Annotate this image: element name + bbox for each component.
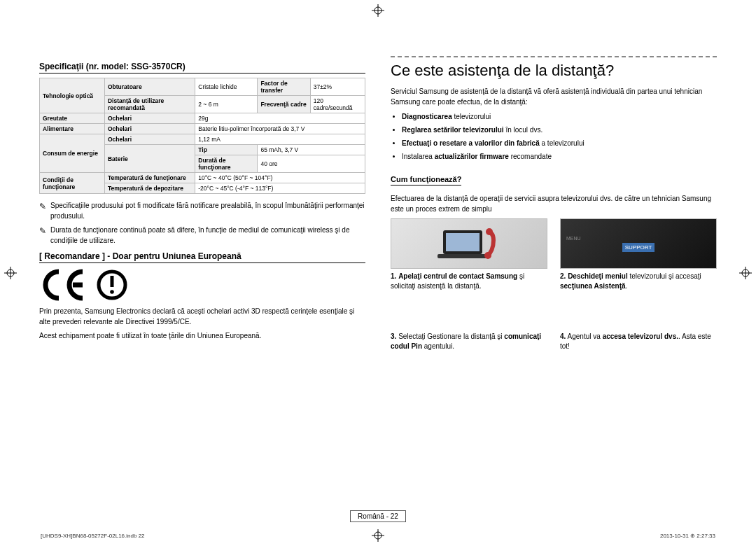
svg-point-14	[110, 290, 114, 294]
spec-title: Specificaţii (nr. model: SSG-3570CR)	[39, 62, 365, 74]
svg-point-19	[484, 252, 491, 259]
note-text: Specificaţiile produsului pot fi modific…	[50, 201, 365, 221]
step-1: 1. Apelaţi centrul de contact Samsung şi…	[391, 218, 547, 291]
remote-support-title: Ce este asistenţa de la distanţă?	[391, 56, 717, 80]
step-image-tv-menu: MENU SUPPORT	[560, 218, 717, 269]
eu-paragraph-2: Acest echipament poate fi utilizat în to…	[39, 331, 365, 342]
page-footer: Română - 22	[0, 510, 756, 522]
step-3: 3. Selectaţi Gestionare la distanţă şi c…	[391, 332, 547, 351]
step-image-laptop-phone	[391, 218, 547, 269]
doc-filename: [UHDS9-XH]BN68-05272F-02L16.indb 22	[41, 533, 145, 539]
step-4: 4. Agentul va accesa televizorul dvs.. A…	[560, 332, 717, 351]
ce-mark-icon	[42, 267, 365, 302]
page-number-label: Română - 22	[350, 510, 406, 522]
list-item: Efectuaţi o resetare a valorilor din fab…	[402, 138, 717, 149]
eu-title: [ Recomandare ] - Doar pentru Uniunea Eu…	[39, 251, 365, 263]
spec-note-2: ✎ Durata de funcţionare continuă poate s…	[39, 225, 365, 246]
remote-support-intro: Serviciul Samsung de asistenţă de la dis…	[391, 87, 717, 107]
note-icon: ✎	[39, 201, 50, 221]
svg-rect-16	[446, 233, 479, 251]
doc-footer: [UHDS9-XH]BN68-05272F-02L16.indb 22 2013…	[41, 533, 715, 539]
reg-mark-right	[739, 267, 752, 279]
svg-point-18	[486, 228, 493, 235]
eu-paragraph-1: Prin prezenta, Samsung Electronics decla…	[39, 307, 365, 327]
list-item: Instalarea actualizărilor firmware recom…	[402, 151, 717, 162]
list-item: Diagnosticarea televizorului	[402, 111, 717, 122]
how-title: Cum funcţionează?	[391, 175, 461, 186]
note-icon: ✎	[39, 225, 50, 246]
svg-rect-17	[438, 254, 488, 258]
spec-note-1: ✎ Specificaţiile produsului pot fi modif…	[39, 201, 365, 221]
note-text: Durata de funcţionare continuă poate să …	[50, 225, 365, 246]
how-intro: Efectuarea de la distanţă de operaţii de…	[391, 194, 717, 214]
reg-mark-left	[4, 267, 17, 279]
right-column: Ce este asistenţa de la distanţă? Servic…	[391, 56, 717, 351]
left-column: Specificaţii (nr. model: SSG-3570CR) Teh…	[39, 56, 365, 351]
list-item: Reglarea setărilor televizorului în locu…	[402, 125, 717, 136]
step-2: MENU SUPPORT 2. Deschideţi meniul televi…	[560, 218, 717, 291]
capability-list: Diagnosticarea televizorului Reglarea se…	[391, 111, 717, 162]
doc-timestamp: 2013-10-31 ⊕ 2:27:33	[660, 533, 715, 539]
reg-mark-top	[372, 4, 384, 17]
spec-table: Tehnologie optică Obturatoare Cristale l…	[39, 78, 365, 194]
